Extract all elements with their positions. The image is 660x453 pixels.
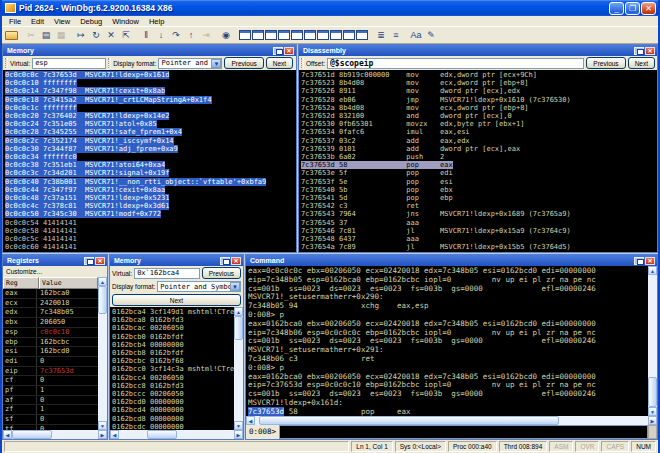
disassembly-row[interactable]: 7c376530 0fb65301 movzx edx,byte ptr [eb… xyxy=(301,120,657,128)
memory-bottom-vscrollbar[interactable]: ▲ ▼ xyxy=(234,307,243,430)
step-out-icon[interactable]: ↑ xyxy=(184,29,198,42)
memory-row[interactable]: 0162bcd0 00000000 xyxy=(112,398,234,406)
register-row[interactable]: esi162bcd0 xyxy=(3,347,98,357)
disassembly-row[interactable]: 7c37652d 832100 and dword ptr [ecx],0 xyxy=(301,112,657,120)
scroll-right-icon[interactable]: ▶ xyxy=(234,430,243,439)
scroll-up-icon[interactable]: ▲ xyxy=(648,266,657,275)
command-line[interactable]: 7c348b05 94 xchg eax,esp xyxy=(248,302,648,311)
minimize-icon[interactable]: _ xyxy=(609,2,624,15)
disassembly-row[interactable]: 7c376548 6437 aaa xyxy=(301,235,657,243)
memory-row[interactable]: 0c0c0c30 7c344f87 MSVCR71!adj_fprem+0xa9 xyxy=(5,145,296,153)
memory-row[interactable]: 0162bcc8 0162bfd3 xyxy=(112,382,234,390)
scroll-left-icon[interactable]: ◀ xyxy=(3,430,12,439)
registers-hscrollbar[interactable]: ◀ ▶ xyxy=(3,430,107,439)
scratch-pad-icon[interactable] xyxy=(330,30,342,40)
disassembly-row[interactable]: 7c376526 8911 mov dword ptr [ecx],edx xyxy=(301,87,657,95)
memory-row[interactable]: 0c0c0c2c 7c352174 MSVCR71!_iscsymf+0x14 xyxy=(5,137,296,145)
source-mode-on-icon[interactable]: ≣ xyxy=(374,29,388,42)
scroll-up-icon[interactable]: ▲ xyxy=(98,277,107,286)
disassembly-row[interactable]: 7c37653e 5f pop edi xyxy=(301,169,657,177)
dock-icon[interactable] xyxy=(84,257,94,265)
font-icon[interactable]: Aa xyxy=(409,29,423,42)
disassembly-row[interactable]: 7c37651d 8b919c000000 mov edx,dword ptr … xyxy=(301,71,657,79)
memory-row[interactable]: 0c0c0c28 7c345255 MSVCR71!safe_fprem1+0x… xyxy=(5,128,296,136)
open-source-file-icon[interactable] xyxy=(5,31,18,40)
disassembly-row[interactable]: 7c376528 eb06 jmp MSVCR71!ldexp+0x1610 (… xyxy=(301,96,657,104)
registers-window-icon[interactable] xyxy=(278,30,290,40)
command-input-spinner[interactable] xyxy=(648,425,657,439)
dock-icon[interactable] xyxy=(634,257,644,265)
stop-debugging-icon[interactable]: ✕ xyxy=(104,29,118,42)
memory-bottom-hscrollbar[interactable]: ◀ ▶ xyxy=(110,430,243,439)
memory-row[interactable]: 0c0c0c0c 7c37653d MSVCR71!ldexp+0x161d xyxy=(5,71,296,79)
disassembly-row[interactable]: 7c37653b 6a02 push 2 xyxy=(301,153,657,161)
scroll-left-icon[interactable]: ◀ xyxy=(246,416,255,425)
scroll-down-icon[interactable]: ▼ xyxy=(98,421,107,430)
memory-row[interactable]: 0162bcdc 00000000 xyxy=(112,423,234,430)
previous-button[interactable]: Previous xyxy=(224,57,263,69)
scroll-right-icon[interactable]: ▶ xyxy=(648,416,657,425)
cut-icon[interactable]: ✂ xyxy=(24,29,38,42)
register-row[interactable]: edx7c348b05 xyxy=(3,308,98,318)
display-format-select[interactable]: Pointer and Symbol ▼ xyxy=(157,281,241,292)
register-row[interactable]: espc0c0c10 xyxy=(3,328,98,338)
chevron-down-icon[interactable]: ▼ xyxy=(211,59,221,68)
close-pane-icon[interactable]: ✕ xyxy=(645,257,655,265)
disassembly-row[interactable]: 7c376539 0101 add dword ptr [ecx],eax xyxy=(301,145,657,153)
locals-window-icon[interactable] xyxy=(265,30,277,40)
command-input[interactable] xyxy=(279,425,648,439)
next-button[interactable]: Next xyxy=(266,57,293,69)
watch-window-icon[interactable] xyxy=(252,30,264,40)
run-to-cursor-icon[interactable]: ⇥ xyxy=(199,29,213,42)
memory-row[interactable]: 0c0c0c10 ffffffff xyxy=(5,79,296,87)
menu-item-debug[interactable]: Debug xyxy=(75,17,107,26)
memory-row[interactable]: 0162bcac 00206050 xyxy=(112,324,234,332)
virtual-input[interactable] xyxy=(32,58,106,69)
memory-row[interactable]: 0162bca4 3cf149d1 mshtml!CTreeN xyxy=(112,308,234,316)
dock-icon[interactable] xyxy=(273,47,283,55)
register-row[interactable]: ecx2420018 xyxy=(3,299,98,309)
memory-row[interactable]: 0c0c0c38 7c351eb1 MSVCR71!atoi64+0xa4 xyxy=(5,161,296,169)
scroll-down-icon[interactable]: ▼ xyxy=(648,407,657,416)
copy-icon[interactable]: ▤ xyxy=(39,29,53,42)
memory-row[interactable]: 0c0c0c40 7c38b001 MSVCR71!__non_rtti_obj… xyxy=(5,178,296,186)
memory-row[interactable]: 0c0c0c5c 41414141 xyxy=(5,235,296,243)
menu-item-window[interactable]: Window xyxy=(107,17,144,26)
disassembly-row[interactable]: 7c376546 7c81 jl MSVCR71!ldexp+0x15a9 (7… xyxy=(301,227,657,235)
command-vscrollbar[interactable]: ▲ ▼ xyxy=(648,266,657,416)
virtual-input[interactable] xyxy=(134,268,200,279)
memory-row[interactable]: 0c0c0c1c ffffffff xyxy=(5,104,296,112)
menu-item-help[interactable]: Help xyxy=(144,17,169,26)
menu-item-edit[interactable]: Edit xyxy=(26,17,49,26)
registers-vscrollbar[interactable]: ▲ ▼ xyxy=(98,277,107,430)
menu-item-view[interactable]: View xyxy=(49,17,75,26)
memory-row[interactable]: 0c0c0c48 7c37a151 MSVCR71!ldexp+0x5231 xyxy=(5,194,296,202)
processes-threads-icon[interactable] xyxy=(343,30,355,40)
register-row[interactable]: cf0 xyxy=(3,376,98,386)
register-row[interactable]: ebp162bcbc xyxy=(3,338,98,348)
disassembly-row[interactable]: 7c376540 5b pop ebx xyxy=(301,186,657,194)
disassembly-row[interactable]: 7c37652a 8b4d08 mov ecx,dword ptr [ebp+8… xyxy=(301,104,657,112)
scroll-right-icon[interactable]: ▶ xyxy=(98,430,107,439)
register-row[interactable]: eax162bca0 xyxy=(3,289,98,299)
memory-row[interactable]: 0162bccc 00206050 xyxy=(112,390,234,398)
memory-row[interactable]: 0c0c0c58 41414141 xyxy=(5,227,296,235)
disassembly-row[interactable]: 7c376543 7964 jns MSVCR71!ldexp+0x1689 (… xyxy=(301,210,657,218)
chevron-down-icon[interactable]: ▼ xyxy=(230,282,240,291)
disassembly-row[interactable]: 7c37653f 5e pop esi xyxy=(301,178,657,186)
register-row[interactable]: edi0 xyxy=(3,357,98,367)
break-icon[interactable]: ‖ xyxy=(139,29,153,42)
detach-icon[interactable]: ⇱ xyxy=(119,29,133,42)
disassembly-row[interactable]: 7c376541 5d pop ebp xyxy=(301,194,657,202)
register-row[interactable]: pf1 xyxy=(3,386,98,396)
menu-item-file[interactable]: File xyxy=(4,17,26,26)
memory-row[interactable]: 0c0c0c44 7c347f97 MSVCR71!cexit+0x8aa xyxy=(5,186,296,194)
command-hscrollbar[interactable]: ◀ ▶ xyxy=(246,416,657,425)
memory-row[interactable]: 0c0c0c18 7c3415a2 MSVCR71!_crtLCMapStrin… xyxy=(5,96,296,104)
disassembly-row[interactable]: 7c376523 8b4d08 mov ecx,dword ptr [ebp+8… xyxy=(301,79,657,87)
register-row[interactable]: eip7c37653d xyxy=(3,367,98,377)
paste-icon[interactable]: ▦ xyxy=(54,29,68,42)
register-row[interactable]: af0 xyxy=(3,396,98,406)
next-button[interactable]: Next xyxy=(112,294,241,306)
command-line[interactable]: 7c348b06 c3 ret xyxy=(248,355,648,364)
